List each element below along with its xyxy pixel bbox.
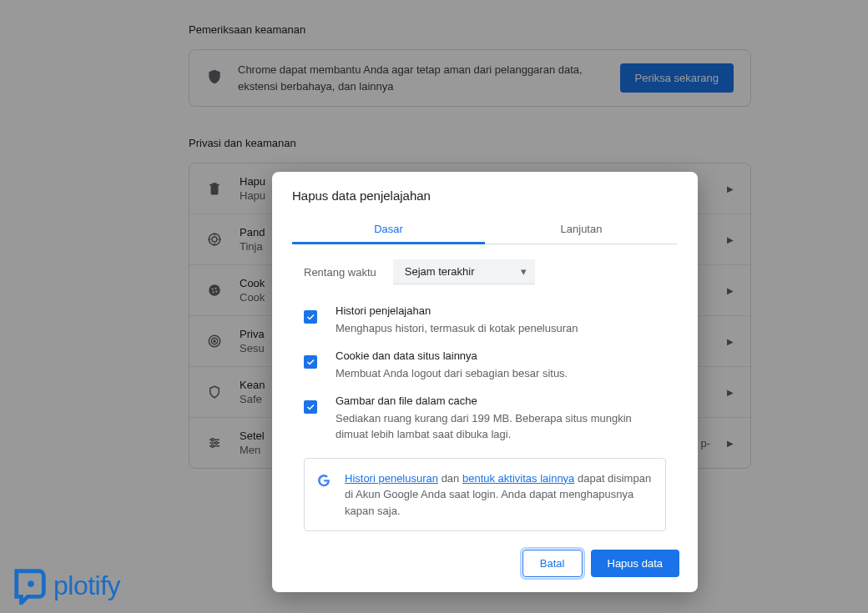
watermark: plotify bbox=[12, 566, 120, 605]
tab-basic[interactable]: Dasar bbox=[292, 214, 485, 244]
search-history-link[interactable]: Histori penelusuran bbox=[345, 472, 438, 485]
clear-option-row: Gambar dan file dalam cacheSediakan ruan… bbox=[272, 381, 698, 443]
option-title: Histori penjelajahan bbox=[336, 303, 666, 319]
option-subtitle: Membuat Anda logout dari sebagian besar … bbox=[336, 365, 666, 382]
clear-option-row: Cookie dan data situs lainnyaMembuat And… bbox=[272, 336, 698, 381]
other-activity-link[interactable]: bentuk aktivitas lainnya bbox=[462, 472, 574, 485]
checkbox[interactable] bbox=[304, 355, 317, 369]
clear-data-dialog: Hapus data penjelajahan Dasar Lanjutan R… bbox=[272, 172, 698, 592]
watermark-icon bbox=[12, 566, 50, 605]
google-icon bbox=[316, 473, 331, 488]
time-range-select[interactable]: Sejam terakhir ▾ bbox=[393, 259, 535, 284]
dialog-tabs: Dasar Lanjutan bbox=[292, 214, 678, 244]
cancel-button[interactable]: Batal bbox=[522, 550, 583, 577]
clear-option-row: Histori penjelajahanMenghapus histori, t… bbox=[272, 291, 698, 336]
dropdown-icon: ▾ bbox=[521, 265, 527, 278]
watermark-text: plotify bbox=[53, 570, 120, 601]
google-info-box: Histori penelusuran dan bentuk aktivitas… bbox=[304, 458, 666, 532]
option-title: Cookie dan data situs lainnya bbox=[336, 348, 666, 364]
google-info-text: Histori penelusuran dan bentuk aktivitas… bbox=[345, 470, 654, 520]
time-range-label: Rentang waktu bbox=[304, 266, 376, 279]
tab-advanced[interactable]: Lanjutan bbox=[485, 214, 678, 244]
option-subtitle: Sediakan ruang kurang dari 199 MB. Beber… bbox=[336, 410, 666, 443]
time-range-value: Sejam terakhir bbox=[405, 265, 475, 278]
checkbox[interactable] bbox=[304, 310, 317, 324]
confirm-clear-button[interactable]: Hapus data bbox=[591, 550, 680, 577]
svg-point-20 bbox=[28, 580, 34, 587]
dialog-title: Hapus data penjelajahan bbox=[272, 172, 698, 214]
option-title: Gambar dan file dalam cache bbox=[336, 393, 666, 410]
option-subtitle: Menghapus histori, termasuk di kotak pen… bbox=[336, 320, 666, 337]
checkbox[interactable] bbox=[304, 400, 317, 414]
